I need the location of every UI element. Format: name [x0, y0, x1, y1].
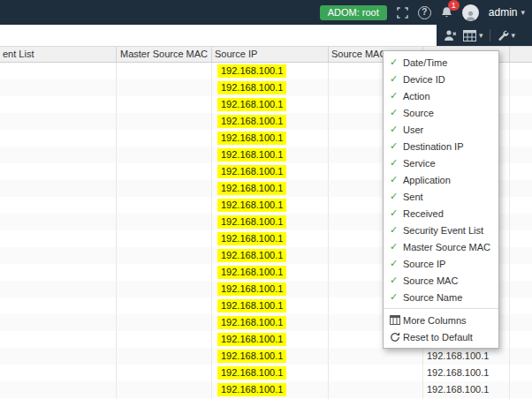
check-icon: ✓ — [390, 56, 403, 68]
check-icon: ✓ — [390, 157, 403, 169]
table-row[interactable]: 192.168.100.1192.168.100.1 — [0, 348, 532, 365]
user-menu[interactable]: admin ▾ — [489, 6, 525, 19]
username: admin — [489, 6, 518, 19]
top-navbar: ADOM: root ? 1 admin ▾ — [0, 0, 532, 25]
column-header-source-mac[interactable]: Source MAC — [331, 49, 386, 59]
column-menu-list: ✓Date/Time✓Device ID✓Action✓Source✓User✓… — [384, 54, 498, 305]
column-menu-item-label: Service — [403, 158, 436, 169]
check-icon: ✓ — [390, 107, 403, 118]
source-ip-cell: 192.168.100.1 — [217, 350, 286, 363]
adom-badge[interactable]: ADOM: root — [320, 5, 387, 20]
fullscreen-icon[interactable] — [397, 7, 408, 19]
column-menu-item[interactable]: ✓Security Event List — [384, 222, 498, 238]
source-ip-cell: 192.168.100.1 — [217, 249, 286, 262]
source-ip-cell: 192.168.100.1 — [217, 165, 286, 178]
user-tools-icon — [444, 29, 457, 41]
column-menu-item[interactable]: ✓Source Name — [384, 289, 498, 305]
column-divider — [116, 47, 117, 62]
source-ip-cell: 192.168.100.1 — [217, 81, 286, 94]
column-divider — [328, 47, 329, 62]
source-ip-cell: 192.168.100.1 — [217, 215, 286, 229]
help-icon[interactable]: ? — [418, 6, 431, 19]
source-ip-cell: 192.168.100.1 — [217, 148, 286, 162]
chevron-down-icon: ▾ — [521, 9, 525, 17]
reset-default-label: Reset to Default — [403, 332, 473, 343]
column-menu-item[interactable]: ✓Source IP — [384, 255, 498, 272]
notifications-button[interactable]: 1 — [441, 6, 452, 19]
grid-line — [211, 63, 212, 399]
more-columns-label: More Columns — [403, 315, 467, 326]
column-menu-item-label: Action — [403, 91, 430, 102]
column-menu-item-label: Date/Time — [403, 57, 447, 68]
column-menu-item[interactable]: ✓Received — [384, 205, 498, 222]
check-icon: ✓ — [390, 90, 403, 102]
column-header-source-ip[interactable]: Source IP — [215, 49, 257, 59]
notification-count-badge: 1 — [448, 0, 460, 11]
column-menu-item-label: Received — [403, 208, 444, 219]
column-header-event-list[interactable]: ent List — [3, 49, 34, 59]
source-ip-cell: 192.168.100.1 — [217, 64, 286, 78]
user-tools-button[interactable] — [444, 29, 457, 41]
column-settings-menu: ✓Date/Time✓Device ID✓Action✓Source✓User✓… — [383, 50, 499, 349]
column-menu-item[interactable]: ✓User — [384, 121, 498, 138]
column-menu-item-label: Source Name — [403, 292, 462, 303]
more-columns-icon — [390, 315, 403, 325]
check-icon: ✓ — [390, 140, 403, 152]
source-ip-cell: 192.168.100.1 — [217, 316, 286, 329]
column-menu-item[interactable]: ✓Application — [384, 171, 498, 188]
check-icon: ✓ — [390, 174, 403, 185]
more-columns-item[interactable]: More Columns — [384, 312, 498, 328]
check-icon: ✓ — [390, 275, 403, 286]
fifth-column-cell: 192.168.100.1 — [427, 367, 489, 378]
column-menu-item-label: User — [403, 124, 423, 135]
check-icon: ✓ — [390, 73, 403, 85]
source-ip-cell: 192.168.100.1 — [217, 282, 286, 296]
column-menu-item-label: Sent — [403, 192, 423, 202]
table-row[interactable]: 192.168.100.1192.168.100.1 — [0, 365, 532, 381]
check-icon: ✓ — [390, 291, 403, 303]
column-menu-item[interactable]: ✓Source MAC — [384, 272, 498, 289]
check-icon: ✓ — [390, 191, 403, 202]
column-settings-button[interactable]: ▾ — [463, 30, 483, 41]
avatar[interactable] — [462, 4, 479, 21]
column-menu-item-label: Device ID — [403, 74, 445, 85]
source-ip-cell: 192.168.100.1 — [217, 299, 286, 312]
source-ip-cell: 192.168.100.1 — [217, 132, 286, 145]
column-menu-item[interactable]: ✓Master Source MAC — [384, 238, 498, 255]
column-menu-item[interactable]: ✓Action — [384, 87, 498, 104]
check-icon: ✓ — [390, 258, 403, 269]
fifth-column-cell: 192.168.100.1 — [427, 384, 489, 395]
grid-line — [116, 63, 117, 399]
column-menu-item-label: Master Source MAC — [403, 242, 490, 252]
column-menu-item[interactable]: ✓Destination IP — [384, 138, 498, 154]
column-menu-item[interactable]: ✓Date/Time — [384, 54, 498, 71]
chevron-down-icon: ▾ — [512, 32, 516, 40]
menu-separator — [384, 308, 498, 309]
toolbar-divider — [490, 29, 490, 41]
check-icon: ✓ — [390, 207, 403, 219]
tools-menu-button[interactable]: ▾ — [497, 29, 516, 41]
user-icon — [465, 10, 476, 21]
table-columns-icon — [463, 30, 476, 41]
check-icon: ✓ — [390, 241, 403, 252]
source-ip-cell: 192.168.100.1 — [217, 266, 286, 279]
table-row[interactable]: 192.168.100.1192.168.100.1 — [0, 381, 532, 398]
wrench-icon — [497, 29, 509, 41]
column-menu-item-label: Destination IP — [403, 141, 463, 152]
column-menu-item-label: Application — [403, 175, 451, 185]
source-ip-cell: 192.168.100.1 — [217, 383, 286, 396]
column-menu-item[interactable]: ✓Source — [384, 104, 498, 121]
column-menu-item[interactable]: ✓Service — [384, 154, 498, 171]
reset-default-item[interactable]: Reset to Default — [384, 328, 498, 345]
column-menu-item[interactable]: ✓Sent — [384, 188, 498, 205]
source-ip-cell: 192.168.100.1 — [217, 115, 286, 128]
column-menu-item[interactable]: ✓Device ID — [384, 71, 498, 87]
reset-icon — [390, 332, 403, 343]
column-divider — [509, 47, 510, 62]
source-ip-cell: 192.168.100.1 — [217, 333, 286, 346]
table-toolbar: ▾ ▾ — [437, 25, 532, 46]
column-header-master-source-mac[interactable]: Master Source MAC — [120, 49, 208, 59]
source-ip-cell: 192.168.100.1 — [217, 366, 286, 380]
source-ip-cell: 192.168.100.1 — [217, 199, 286, 212]
column-divider — [211, 47, 212, 62]
